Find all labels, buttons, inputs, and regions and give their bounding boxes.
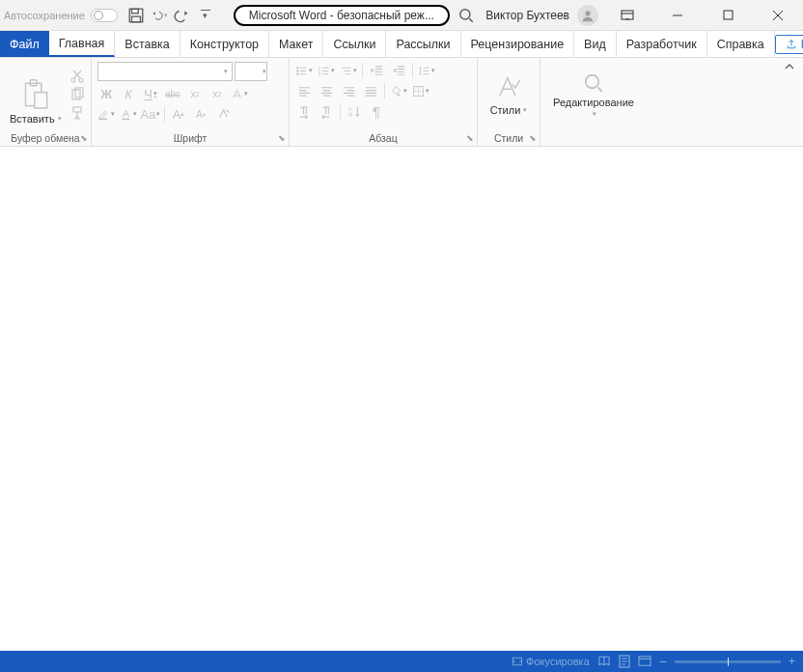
numbering-button[interactable]: 123▾	[318, 62, 335, 79]
cut-icon[interactable]	[69, 69, 85, 84]
paragraph-launcher-icon[interactable]: ⬊	[466, 133, 474, 143]
font-color-button[interactable]: ▾	[120, 105, 137, 123]
zoom-in-button[interactable]: +	[789, 655, 795, 668]
tab-mailings[interactable]: Рассылки	[386, 31, 460, 57]
group-editing: Редактирование ▾	[540, 58, 647, 146]
undo-icon[interactable]: ▾	[151, 7, 168, 24]
group-styles: Стили▾ Стили⬊	[478, 58, 540, 146]
group-font: ▾ ▾ Ж К Ч▾ abc x2 x2 ▾ ▾ ▾ Aa▾ A▴ A▾	[92, 58, 290, 146]
save-icon[interactable]	[127, 7, 145, 24]
paste-label: Вставить	[10, 113, 55, 125]
svg-point-19	[297, 72, 299, 74]
svg-rect-15	[99, 118, 107, 120]
align-right-button[interactable]	[340, 82, 357, 99]
tab-insert[interactable]: Вставка	[115, 31, 180, 57]
increase-indent-button[interactable]	[390, 62, 407, 79]
copy-icon[interactable]	[69, 87, 85, 102]
multilevel-button[interactable]: ▾	[340, 62, 357, 79]
paste-button[interactable]: Вставить▾	[6, 62, 66, 126]
editing-button[interactable]: Редактирование ▾	[540, 58, 647, 130]
ribbon: Вставить▾ Буфер обмена⬊ ▾ ▾ Ж К Ч▾ abc x…	[0, 58, 803, 147]
tab-review[interactable]: Рецензирование	[461, 31, 575, 57]
svg-rect-9	[35, 93, 47, 108]
grow-font-button[interactable]: A▴	[170, 105, 187, 123]
maximize-button[interactable]	[706, 1, 749, 30]
italic-button[interactable]: К	[120, 85, 137, 102]
clear-format-button[interactable]	[214, 105, 232, 123]
svg-point-17	[297, 67, 299, 69]
styles-launcher-icon[interactable]: ⬊	[529, 133, 537, 143]
line-spacing-button[interactable]: ▾	[418, 62, 435, 79]
autosave-control[interactable]: Автосохранение	[4, 9, 118, 22]
redo-icon[interactable]	[174, 7, 191, 24]
borders-button[interactable]: ▾	[412, 82, 429, 99]
tab-references[interactable]: Ссылки	[323, 31, 386, 57]
tab-home[interactable]: Главная	[49, 31, 116, 57]
qat-customize-icon[interactable]: ▾	[197, 7, 214, 24]
search-icon[interactable]	[457, 7, 475, 24]
autosave-toggle[interactable]	[91, 9, 118, 22]
ribbon-tabs: Файл Главная Вставка Конструктор Макет С…	[0, 31, 803, 58]
font-name-combo[interactable]: ▾	[97, 62, 233, 81]
bullets-button[interactable]: ▾	[295, 62, 313, 79]
quick-access-toolbar: ▾ ▾	[127, 7, 214, 24]
tab-view[interactable]: Вид	[574, 31, 617, 57]
underline-button[interactable]: Ч▾	[142, 85, 159, 102]
sort-button[interactable]: AЯ	[346, 102, 363, 120]
text-effects-button[interactable]: ▾	[231, 85, 248, 102]
highlight-button[interactable]: ▾	[97, 105, 115, 123]
close-button[interactable]	[757, 1, 799, 30]
zoom-out-button[interactable]: −	[659, 654, 667, 669]
superscript-button[interactable]: x2	[208, 85, 226, 102]
print-layout-icon[interactable]	[619, 655, 630, 668]
svg-text:Я: Я	[347, 112, 351, 118]
svg-rect-1	[131, 9, 138, 14]
clipboard-label: Буфер обмена	[11, 132, 79, 144]
web-layout-icon[interactable]	[638, 656, 651, 667]
font-launcher-icon[interactable]: ⬊	[278, 133, 286, 143]
share-button[interactable]: Поделиться	[775, 35, 803, 54]
styles-btn-label: Стили	[490, 104, 521, 116]
titlebar-right: Виктор Бухтеев	[485, 1, 803, 30]
align-center-button[interactable]	[318, 82, 335, 99]
justify-button[interactable]	[362, 82, 379, 99]
minimize-button[interactable]	[656, 1, 699, 30]
subscript-button[interactable]: x2	[186, 85, 204, 102]
show-marks-button[interactable]: ¶	[368, 102, 385, 120]
rtl-button[interactable]	[318, 102, 335, 120]
tab-design[interactable]: Конструктор	[180, 31, 269, 57]
align-left-button[interactable]	[295, 82, 313, 99]
titlebar: Автосохранение ▾ ▾ Microsoft Word - безо…	[0, 0, 803, 31]
tab-developer[interactable]: Разработчик	[617, 31, 707, 57]
tab-layout[interactable]: Макет	[269, 31, 323, 57]
svg-text:3: 3	[318, 71, 321, 76]
svg-point-10	[71, 78, 75, 82]
styles-label: Стили	[494, 132, 523, 144]
zoom-slider[interactable]	[675, 660, 781, 663]
ribbon-display-button[interactable]	[606, 1, 649, 30]
focus-label: Фокусировка	[526, 656, 590, 667]
avatar[interactable]	[577, 5, 598, 26]
change-case-button[interactable]: Aa▾	[142, 105, 159, 123]
tab-file[interactable]: Файл	[0, 31, 49, 57]
svg-point-4	[585, 11, 590, 15]
ltr-button[interactable]	[295, 102, 313, 120]
group-clipboard: Вставить▾ Буфер обмена⬊	[0, 58, 92, 146]
shading-button[interactable]: ▾	[390, 82, 407, 99]
focus-mode-button[interactable]: Фокусировка	[512, 656, 590, 667]
format-painter-icon[interactable]	[69, 105, 85, 121]
font-size-combo[interactable]: ▾	[235, 62, 267, 81]
username: Виктор Бухтеев	[485, 9, 569, 22]
collapse-ribbon-button[interactable]	[784, 58, 803, 146]
shrink-font-button[interactable]: A▾	[192, 105, 209, 123]
read-mode-icon[interactable]	[597, 656, 611, 667]
svg-point-26	[586, 74, 599, 88]
strike-button[interactable]: abc	[164, 85, 181, 102]
svg-rect-14	[73, 107, 81, 112]
decrease-indent-button[interactable]	[368, 62, 385, 79]
bold-button[interactable]: Ж	[97, 85, 115, 102]
tab-help[interactable]: Справка	[707, 31, 775, 57]
document-area[interactable]	[0, 147, 803, 654]
clipboard-launcher-icon[interactable]: ⬊	[80, 133, 88, 143]
styles-button[interactable]: Стили▾	[478, 58, 540, 130]
